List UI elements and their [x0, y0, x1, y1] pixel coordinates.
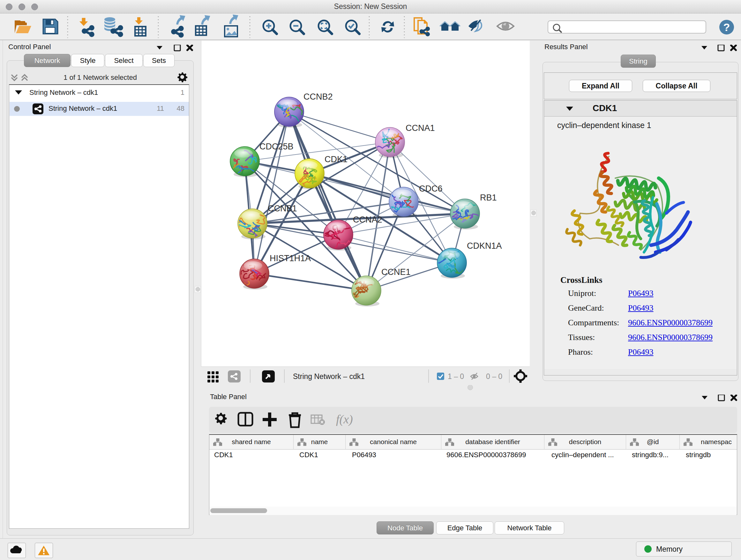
- svg-text:CCNB2: CCNB2: [304, 92, 333, 102]
- svg-text:CCNA2: CCNA2: [353, 215, 382, 225]
- svg-text:CDC6: CDC6: [419, 184, 443, 193]
- svg-text:RB1: RB1: [480, 193, 497, 202]
- svg-text:CDKN1A: CDKN1A: [467, 241, 502, 251]
- svg-text:CDC25B: CDC25B: [259, 142, 293, 151]
- svg-text:String Network – cdk1: String Network – cdk1: [293, 372, 365, 381]
- svg-text:1 – 0: 1 – 0: [448, 372, 464, 381]
- svg-text:CDK1: CDK1: [325, 154, 347, 164]
- svg-text:CCNE1: CCNE1: [381, 267, 411, 277]
- svg-text:HIST1H1A: HIST1H1A: [270, 253, 311, 263]
- svg-text:0 – 0: 0 – 0: [486, 372, 502, 381]
- svg-text:CCNB1: CCNB1: [268, 204, 297, 213]
- svg-text:f(x): f(x): [336, 413, 353, 426]
- svg-text:CCNA1: CCNA1: [406, 123, 435, 133]
